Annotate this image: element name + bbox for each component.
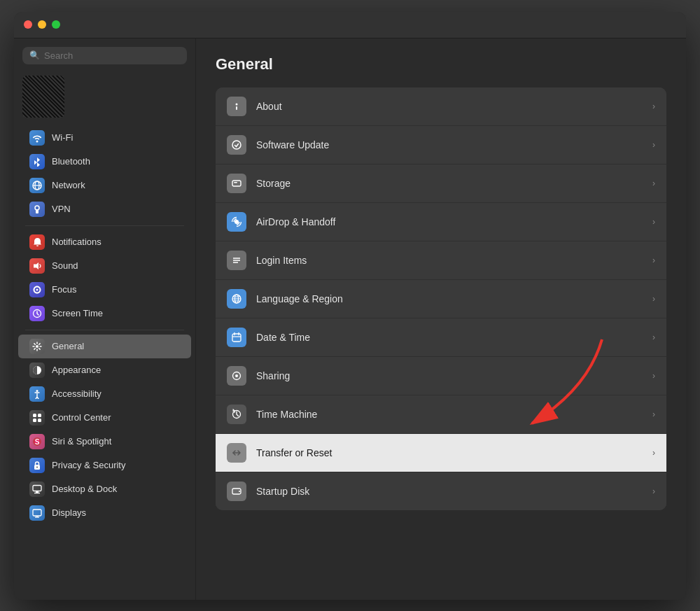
settings-row-transfer[interactable]: Transfer or Reset › <box>216 434 666 472</box>
sidebar-item-sound-label: Sound <box>52 260 78 271</box>
svg-rect-29 <box>234 182 237 183</box>
settings-row-datetime[interactable]: Date & Time › <box>216 318 666 357</box>
svg-rect-13 <box>33 419 36 422</box>
controlcenter-icon <box>29 410 45 426</box>
minimize-button[interactable] <box>38 20 46 29</box>
sidebar-item-vpn[interactable]: VPN <box>18 197 191 221</box>
svg-marker-5 <box>34 262 38 269</box>
wifi-icon <box>29 130 45 146</box>
sidebar-item-appearance[interactable]: Appearance <box>18 358 191 382</box>
sharing-icon <box>227 366 246 386</box>
sidebar-item-displays[interactable]: Displays <box>18 501 191 525</box>
search-bar[interactable]: 🔍 <box>22 47 187 64</box>
maximize-button[interactable] <box>52 20 60 29</box>
bluetooth-icon <box>29 154 45 169</box>
storage-chevron: › <box>652 178 655 188</box>
svg-rect-12 <box>38 414 41 417</box>
titlebar <box>14 12 686 38</box>
sidebar-item-focus[interactable]: Focus <box>18 278 191 302</box>
sidebar-item-network-label: Network <box>52 180 85 190</box>
startup-chevron: › <box>652 486 655 496</box>
sharing-chevron: › <box>652 371 655 381</box>
search-input[interactable] <box>44 50 180 61</box>
settings-row-loginitems[interactable]: Login Items › <box>216 241 666 280</box>
language-label: Language & Region <box>256 293 643 304</box>
sidebar-item-bluetooth[interactable]: Bluetooth <box>18 150 191 174</box>
settings-row-storage[interactable]: Storage › <box>216 164 666 203</box>
settings-row-startup[interactable]: Startup Disk › <box>216 472 666 510</box>
search-icon: 🔍 <box>29 50 40 60</box>
sharing-label: Sharing <box>256 370 643 381</box>
appearance-icon <box>29 363 45 378</box>
svg-rect-11 <box>33 414 36 417</box>
notifications-icon <box>29 234 45 250</box>
sidebar-item-privacy[interactable]: Privacy & Security <box>18 454 191 477</box>
displays-icon <box>29 505 45 521</box>
svg-rect-14 <box>38 419 41 422</box>
storage-label: Storage <box>256 178 643 189</box>
svg-point-8 <box>36 345 38 348</box>
settings-row-airdrop[interactable]: AirDrop & Handoff › <box>216 203 666 241</box>
system-settings-window: 🔍 Wi-Fi Bluetooth <box>14 12 686 600</box>
svg-rect-28 <box>232 181 241 186</box>
settings-row-sharing[interactable]: Sharing › <box>216 357 666 395</box>
general-icon <box>29 339 45 354</box>
airdrop-label: AirDrop & Handoff <box>256 216 643 227</box>
settings-row-timemachine[interactable]: Time Machine › <box>216 395 666 434</box>
svg-point-47 <box>239 491 240 492</box>
sidebar-item-general-label: General <box>52 341 84 351</box>
timemachine-icon <box>227 405 246 424</box>
sidebar-item-siri-label: Siri & Spotlight <box>52 436 111 447</box>
settings-row-softwareupdate[interactable]: Software Update › <box>216 126 666 164</box>
datetime-label: Date & Time <box>256 332 643 343</box>
sidebar-item-siri[interactable]: S Siri & Spotlight <box>18 430 191 454</box>
vpn-icon <box>29 202 45 217</box>
svg-point-44 <box>235 374 238 377</box>
sidebar-item-wifi[interactable]: Wi-Fi <box>18 126 191 150</box>
svg-point-30 <box>234 220 239 224</box>
airdrop-chevron: › <box>652 217 655 227</box>
svg-point-25 <box>236 103 238 105</box>
sidebar-item-general[interactable]: General <box>18 335 191 358</box>
transfer-label: Transfer or Reset <box>256 447 643 458</box>
sidebar-item-accessibility-label: Accessibility <box>52 388 102 399</box>
svg-rect-22 <box>33 510 41 516</box>
privacy-icon <box>29 458 45 473</box>
sidebar-item-displays-label: Displays <box>52 507 86 518</box>
datetime-icon <box>227 328 246 347</box>
about-label: About <box>256 101 643 112</box>
network-icon <box>29 178 45 193</box>
sidebar-item-sound[interactable]: Sound <box>18 254 191 278</box>
sidebar-item-desktop[interactable]: Desktop & Dock <box>18 477 191 501</box>
user-avatar[interactable] <box>22 76 64 118</box>
sidebar-item-screentime[interactable]: Screen Time <box>18 302 191 325</box>
softwareupdate-chevron: › <box>652 140 655 150</box>
about-icon <box>227 97 246 116</box>
transfer-chevron: › <box>652 448 655 458</box>
startup-label: Startup Disk <box>256 486 643 497</box>
main-content: 🔍 Wi-Fi Bluetooth <box>14 38 686 600</box>
page-title: General <box>216 55 666 73</box>
sidebar-section-preferences: General Appearance Accessibility <box>14 335 195 525</box>
svg-rect-26 <box>236 106 237 110</box>
sidebar-item-notifications-label: Notifications <box>52 237 102 247</box>
sidebar-item-notifications[interactable]: Notifications <box>18 230 191 254</box>
sidebar-item-network[interactable]: Network <box>18 174 191 197</box>
svg-rect-20 <box>36 491 38 493</box>
transfer-icon <box>227 443 246 463</box>
svg-text:S: S <box>35 438 40 446</box>
settings-row-language[interactable]: Language & Region › <box>216 280 666 318</box>
sidebar-item-wifi-label: Wi-Fi <box>52 132 73 143</box>
close-button[interactable] <box>24 20 32 29</box>
sidebar-item-screentime-label: Screen Time <box>52 308 103 318</box>
accessibility-icon <box>29 386 45 402</box>
siri-icon: S <box>29 434 45 449</box>
sidebar-item-accessibility[interactable]: Accessibility <box>18 382 191 406</box>
loginitems-icon <box>227 251 246 270</box>
sidebar-item-controlcenter[interactable]: Control Center <box>18 406 191 430</box>
softwareupdate-label: Software Update <box>256 139 643 150</box>
settings-row-about[interactable]: About › <box>216 87 666 126</box>
about-chevron: › <box>652 101 655 111</box>
sidebar-item-appearance-label: Appearance <box>52 365 101 375</box>
sidebar-item-focus-label: Focus <box>52 284 76 295</box>
